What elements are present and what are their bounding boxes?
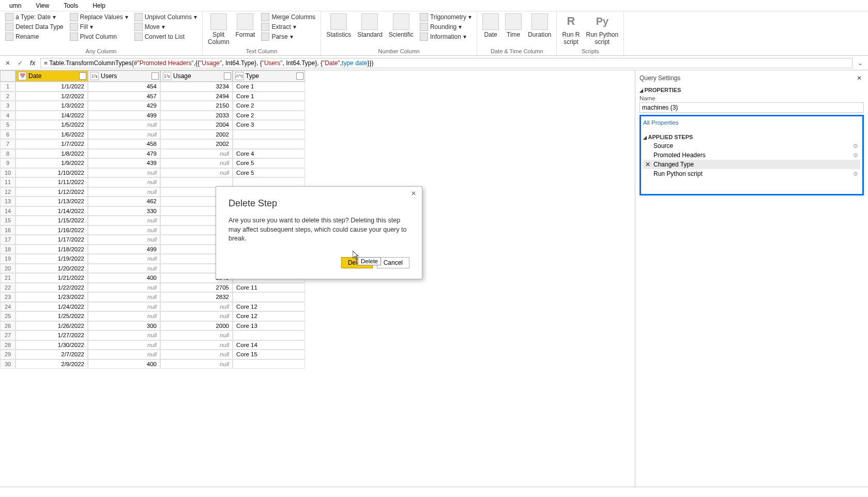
table-row[interactable]: 41/4/20224992033Core 2: [0, 111, 635, 121]
cell[interactable]: null: [160, 302, 233, 312]
cell[interactable]: null: [160, 149, 233, 159]
cell[interactable]: 1/7/2022: [16, 139, 88, 149]
properties-section-header[interactable]: PROPERTIES: [639, 84, 864, 94]
applied-step-item[interactable]: Promoted Headers⚙: [643, 150, 860, 160]
detect-data-type-button[interactable]: Detect Data Type: [3, 22, 66, 32]
table-row[interactable]: 31/3/20224292150Core 2: [0, 101, 635, 111]
cell[interactable]: 1/25/2022: [16, 311, 88, 321]
cell[interactable]: Core 12: [233, 302, 305, 312]
cell[interactable]: [233, 139, 305, 149]
cell[interactable]: 1/8/2022: [16, 149, 88, 159]
cell[interactable]: 2494: [160, 92, 233, 101]
cell[interactable]: 1/27/2022: [16, 330, 88, 340]
table-row[interactable]: 271/27/2022nullnull: [0, 330, 635, 340]
cell[interactable]: 1/30/2022: [16, 340, 88, 350]
row-header[interactable]: 10: [0, 168, 16, 178]
cell[interactable]: 499: [88, 111, 160, 121]
cell[interactable]: 2/9/2022: [16, 359, 88, 369]
cell[interactable]: [233, 330, 305, 340]
row-header[interactable]: 30: [0, 359, 16, 369]
cell[interactable]: Core 1: [233, 92, 305, 101]
row-header[interactable]: 11: [0, 177, 16, 187]
cell[interactable]: 458: [88, 139, 160, 149]
cell[interactable]: Core 15: [233, 350, 305, 359]
cell[interactable]: Core 12: [233, 311, 305, 321]
row-header[interactable]: 1: [0, 82, 16, 92]
cell[interactable]: null: [160, 350, 233, 359]
cell[interactable]: 1/4/2022: [16, 111, 88, 121]
column-header-usage[interactable]: 1²₃Usage: [160, 70, 233, 82]
cell[interactable]: 3234: [160, 82, 233, 92]
cell[interactable]: null: [88, 350, 160, 359]
cell[interactable]: 1/13/2022: [16, 197, 88, 206]
column-header-users[interactable]: 1²₃Users: [88, 70, 160, 82]
cell[interactable]: null: [88, 187, 160, 197]
cell[interactable]: 1/22/2022: [16, 283, 88, 293]
cell[interactable]: 2/7/2022: [16, 350, 88, 359]
cell[interactable]: 462: [88, 197, 160, 206]
unpivot-columns-button[interactable]: Unpivot Columns ▾: [132, 12, 199, 22]
date-button[interactable]: Date: [480, 12, 501, 39]
cell[interactable]: [160, 177, 233, 187]
table-row[interactable]: 71/7/20224582002: [0, 139, 635, 149]
cell[interactable]: Core 5: [233, 168, 305, 178]
cell[interactable]: 1/19/2022: [16, 254, 88, 264]
grid-corner[interactable]: [0, 70, 16, 82]
time-button[interactable]: Time: [503, 12, 524, 39]
cell[interactable]: Core 1: [233, 82, 305, 92]
run-r-script-button[interactable]: RRun R script: [560, 12, 582, 47]
cell[interactable]: 1/26/2022: [16, 321, 88, 331]
row-header[interactable]: 5: [0, 120, 16, 130]
query-name-input[interactable]: [639, 102, 864, 113]
cell[interactable]: Core 2: [233, 111, 305, 121]
row-header[interactable]: 4: [0, 111, 16, 121]
split-column-button[interactable]: Split Column: [206, 12, 231, 47]
cell[interactable]: 1/5/2022: [16, 120, 88, 130]
cell[interactable]: 400: [88, 359, 160, 369]
table-row[interactable]: 11/1/20224543234Core 1: [0, 82, 635, 92]
rounding-button[interactable]: Rounding ▾: [418, 22, 474, 32]
cell[interactable]: null: [88, 311, 160, 321]
cell[interactable]: 2000: [160, 321, 233, 331]
row-header[interactable]: 18: [0, 245, 16, 254]
cell[interactable]: null: [88, 120, 160, 130]
cell[interactable]: null: [88, 292, 160, 302]
cell[interactable]: [233, 292, 305, 302]
menu-item-tools[interactable]: Tools: [57, 1, 84, 10]
applied-step-item[interactable]: ✕Changed Type: [643, 160, 860, 169]
fill-button[interactable]: Fill ▾: [68, 22, 130, 32]
table-row[interactable]: 81/8/2022479nullCore 4: [0, 149, 635, 159]
row-header[interactable]: 28: [0, 340, 16, 350]
cell[interactable]: 1/6/2022: [16, 130, 88, 140]
parse-button[interactable]: Parse ▾: [259, 32, 317, 41]
cell[interactable]: 1/24/2022: [16, 302, 88, 312]
cell[interactable]: Core 2: [233, 101, 305, 111]
rename-button[interactable]: Rename: [3, 32, 66, 41]
cell[interactable]: null: [160, 330, 233, 340]
format-button[interactable]: Format: [233, 12, 257, 39]
delete-step-icon[interactable]: ✕: [645, 161, 651, 168]
cell[interactable]: null: [160, 168, 233, 178]
accept-formula-icon[interactable]: ✓: [16, 58, 25, 68]
cell[interactable]: 1/15/2022: [16, 216, 88, 225]
row-header[interactable]: 17: [0, 235, 16, 245]
cell[interactable]: null: [88, 330, 160, 340]
row-header[interactable]: 25: [0, 311, 16, 321]
cancel-formula-icon[interactable]: ✕: [3, 58, 12, 68]
table-row[interactable]: 101/10/2022nullnullCore 5: [0, 168, 635, 178]
cell[interactable]: null: [88, 340, 160, 350]
cell[interactable]: 300: [88, 321, 160, 331]
row-header[interactable]: 20: [0, 264, 16, 274]
cell[interactable]: 1/12/2022: [16, 187, 88, 197]
pivot-column-button[interactable]: Pivot Column: [68, 32, 130, 41]
cell[interactable]: 330: [88, 206, 160, 216]
row-header[interactable]: 3: [0, 101, 16, 111]
cell[interactable]: 2002: [160, 130, 233, 140]
fx-icon[interactable]: fx: [28, 58, 37, 68]
run-python-script-button[interactable]: PyRun Python script: [584, 12, 621, 47]
cell[interactable]: 1/16/2022: [16, 225, 88, 235]
cell[interactable]: null: [88, 235, 160, 245]
cell[interactable]: 429: [88, 101, 160, 111]
cell[interactable]: null: [88, 216, 160, 225]
cell[interactable]: null: [88, 283, 160, 293]
